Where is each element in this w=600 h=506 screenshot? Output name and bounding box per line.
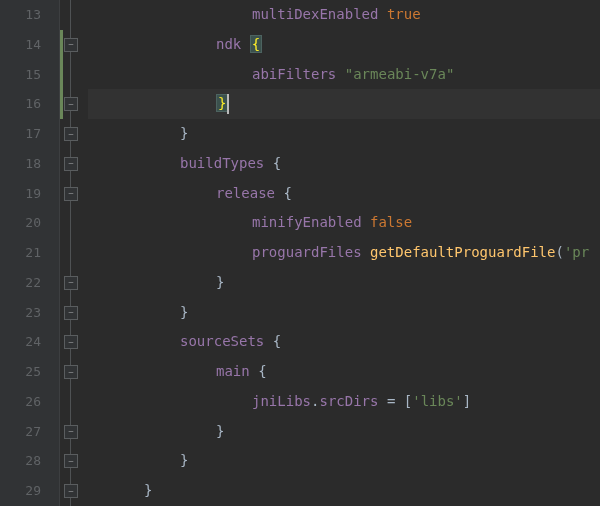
line-number: 23 — [0, 298, 59, 328]
token-brace: } — [216, 274, 224, 290]
code-line[interactable]: ndk { — [88, 30, 600, 60]
fold-close-icon[interactable]: − — [64, 454, 78, 468]
line-number: 22 — [0, 268, 59, 298]
code-line[interactable]: minifyEnabled false — [88, 208, 600, 238]
code-line[interactable]: } — [88, 268, 600, 298]
line-number: 15 — [0, 60, 59, 90]
line-number-gutter: 1314151617181920212223242526272829 — [0, 0, 60, 506]
token-punc: ( — [555, 244, 563, 260]
code-line[interactable]: } — [88, 446, 600, 476]
fold-open-icon[interactable]: − — [64, 38, 78, 52]
token-kw: false — [370, 214, 412, 230]
line-number: 14 — [0, 30, 59, 60]
fold-open-icon[interactable]: − — [64, 187, 78, 201]
fold-close-icon[interactable]: − — [64, 97, 78, 111]
token-ident: srcDirs — [319, 393, 378, 409]
token-punc — [264, 155, 272, 171]
token-punc — [250, 363, 258, 379]
fold-column: −−−−−−−−−−−− — [60, 0, 88, 506]
code-line[interactable]: jniLibs.srcDirs = ['libs'] — [88, 387, 600, 417]
token-brace: { — [273, 333, 281, 349]
code-line[interactable]: } — [88, 476, 600, 506]
token-punc: [ — [395, 393, 412, 409]
line-number: 28 — [0, 446, 59, 476]
token-str: 'pr — [564, 244, 589, 260]
fold-open-icon[interactable]: − — [64, 335, 78, 349]
code-area[interactable]: multiDexEnabled truendk {abiFilters "arm… — [88, 0, 600, 506]
token-ident: release — [216, 185, 275, 201]
code-line[interactable]: } — [88, 119, 600, 149]
code-line[interactable]: } — [88, 417, 600, 447]
token-method: getDefaultProguardFile — [370, 244, 555, 260]
code-line[interactable]: proguardFiles getDefaultProguardFile('pr — [88, 238, 600, 268]
fold-close-icon[interactable]: − — [64, 484, 78, 498]
line-number: 17 — [0, 119, 59, 149]
line-number: 26 — [0, 387, 59, 417]
line-number: 21 — [0, 238, 59, 268]
token-brace: } — [180, 304, 188, 320]
line-number: 18 — [0, 149, 59, 179]
line-number: 25 — [0, 357, 59, 387]
token-ident: buildTypes — [180, 155, 264, 171]
token-punc — [362, 214, 370, 230]
token-punc — [264, 333, 272, 349]
token-ident: multiDexEnabled — [252, 6, 378, 22]
code-line[interactable]: main { — [88, 357, 600, 387]
token-punc — [241, 36, 249, 52]
line-number: 16 — [0, 89, 59, 119]
line-number: 20 — [0, 208, 59, 238]
token-ident: jniLibs — [252, 393, 311, 409]
fold-open-icon[interactable]: − — [64, 157, 78, 171]
text-caret — [227, 94, 229, 114]
token-ident: minifyEnabled — [252, 214, 362, 230]
token-ident: abiFilters — [252, 66, 336, 82]
line-number: 27 — [0, 417, 59, 447]
line-number: 24 — [0, 327, 59, 357]
fold-close-icon[interactable]: − — [64, 306, 78, 320]
token-brace: } — [216, 423, 224, 439]
token-punc — [378, 393, 386, 409]
token-brace-hl: { — [250, 35, 262, 53]
line-number: 29 — [0, 476, 59, 506]
token-ident: sourceSets — [180, 333, 264, 349]
token-punc — [378, 6, 386, 22]
token-str: "armeabi-v7a" — [345, 66, 455, 82]
code-line[interactable]: } — [88, 89, 600, 119]
code-line[interactable]: multiDexEnabled true — [88, 0, 600, 30]
token-ident: main — [216, 363, 250, 379]
token-brace: { — [283, 185, 291, 201]
code-line[interactable]: } — [88, 298, 600, 328]
fold-close-icon[interactable]: − — [64, 276, 78, 290]
change-bar — [60, 30, 63, 119]
token-brace: } — [180, 452, 188, 468]
token-punc — [362, 244, 370, 260]
fold-open-icon[interactable]: − — [64, 365, 78, 379]
code-line[interactable]: release { — [88, 179, 600, 209]
token-str: 'libs' — [412, 393, 463, 409]
line-number: 19 — [0, 179, 59, 209]
token-ident: ndk — [216, 36, 241, 52]
line-number: 13 — [0, 0, 59, 30]
code-line[interactable]: sourceSets { — [88, 327, 600, 357]
token-brace: } — [180, 125, 188, 141]
token-brace: { — [273, 155, 281, 171]
code-line[interactable]: buildTypes { — [88, 149, 600, 179]
fold-close-icon[interactable]: − — [64, 127, 78, 141]
token-brace: { — [258, 363, 266, 379]
token-brace: } — [144, 482, 152, 498]
fold-close-icon[interactable]: − — [64, 425, 78, 439]
code-line[interactable]: abiFilters "armeabi-v7a" — [88, 60, 600, 90]
token-ident: proguardFiles — [252, 244, 362, 260]
token-punc: ] — [463, 393, 471, 409]
token-punc — [336, 66, 344, 82]
code-editor[interactable]: 1314151617181920212223242526272829 −−−−−… — [0, 0, 600, 506]
token-kw: true — [387, 6, 421, 22]
